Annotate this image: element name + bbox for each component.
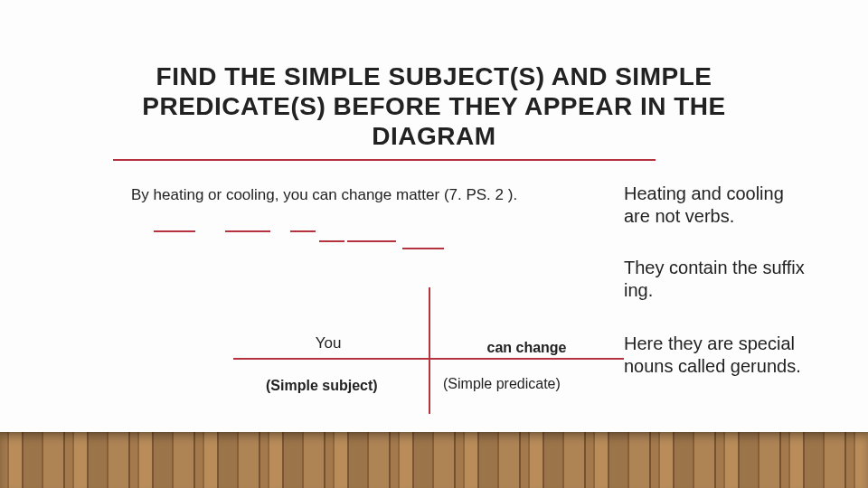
- underline-heating: [154, 230, 195, 232]
- title-underline-right: [384, 159, 656, 161]
- underline-you: [290, 230, 316, 232]
- underline-can: [319, 240, 344, 242]
- wood-floor-decoration: [0, 432, 868, 488]
- underline-matter: [402, 248, 444, 249]
- note-suffix-ing: They contain the suffix ing.: [624, 257, 814, 302]
- diagram-predicate: can change: [434, 340, 619, 356]
- note-not-verbs: Heating and cooling are not verbs.: [624, 183, 814, 228]
- underline-cooling: [225, 230, 270, 232]
- slide-title: FIND THE SIMPLE SUBJECT(S) AND SIMPLE PR…: [0, 61, 868, 151]
- diagram-baseline-right: [430, 358, 624, 360]
- title-underline-left: [113, 159, 384, 161]
- diagram-vertical-line-lower: [429, 360, 430, 414]
- underline-change: [347, 240, 396, 242]
- side-notes: Heating and cooling are not verbs. They …: [624, 183, 814, 378]
- note-gerunds: Here they are special nouns called gerun…: [624, 333, 814, 378]
- slide: FIND THE SIMPLE SUBJECT(S) AND SIMPLE PR…: [0, 0, 868, 488]
- diagram-subject: You: [233, 334, 423, 352]
- diagram-predicate-label: (Simple predicate): [443, 376, 561, 392]
- example-sentence: By heating or cooling, you can change ma…: [131, 186, 517, 204]
- sentence-diagram: You can change (Simple subject) (Simple …: [233, 287, 624, 414]
- diagram-baseline-left: [233, 358, 430, 360]
- diagram-subject-label: (Simple subject): [266, 378, 378, 394]
- diagram-vertical-line: [429, 287, 430, 360]
